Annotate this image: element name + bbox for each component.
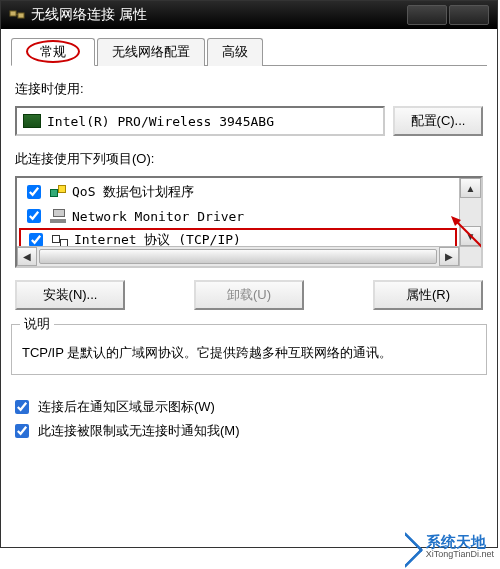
notify-limited-label: 此连接被限制或无连接时通知我(M) bbox=[38, 422, 240, 440]
items-label: 此连接使用下列项目(O): bbox=[15, 150, 483, 168]
scroll-up-button[interactable]: ▲ bbox=[460, 178, 481, 198]
uninstall-button[interactable]: 卸载(U) bbox=[194, 280, 304, 310]
scroll-left-button[interactable]: ◀ bbox=[17, 247, 37, 266]
adapter-name: Intel(R) PRO/Wireless 3945ABG bbox=[47, 114, 274, 129]
description-text: TCP/IP 是默认的广域网协议。它提供跨越多种互联网络的通讯。 bbox=[22, 343, 476, 364]
adapter-section: 连接时使用: Intel(R) PRO/Wireless 3945ABG 配置(… bbox=[15, 80, 483, 136]
scroll-thumb[interactable] bbox=[39, 249, 437, 264]
show-icon-checkbox[interactable] bbox=[15, 400, 29, 414]
watermark: 系统天地 XiTongTianDi.net bbox=[390, 531, 494, 563]
tcpip-icon bbox=[52, 233, 68, 247]
qos-icon bbox=[50, 185, 66, 199]
scroll-down-button[interactable]: ▼ bbox=[460, 226, 481, 246]
horizontal-scrollbar[interactable]: ◀ ▶ bbox=[17, 246, 459, 266]
list-item[interactable]: QoS 数据包计划程序 bbox=[23, 180, 453, 204]
item-buttons: 安装(N)... 卸载(U) 属性(R) bbox=[15, 280, 483, 310]
window-controls bbox=[405, 5, 489, 25]
options-section: 连接后在通知区域显示图标(W) 此连接被限制或无连接时通知我(M) bbox=[11, 397, 487, 441]
vertical-scrollbar[interactable]: ▲ ▼ bbox=[459, 178, 481, 246]
watermark-cn: 系统天地 bbox=[426, 534, 494, 551]
client-area: 常规 无线网络配置 高级 连接时使用: Intel(R) PRO/Wireles… bbox=[1, 29, 497, 547]
item-checkbox[interactable] bbox=[29, 233, 43, 247]
description-group: 说明 TCP/IP 是默认的广域网协议。它提供跨越多种互联网络的通讯。 bbox=[11, 324, 487, 375]
item-checkbox[interactable] bbox=[27, 185, 41, 199]
configure-button[interactable]: 配置(C)... bbox=[393, 106, 483, 136]
show-icon-label: 连接后在通知区域显示图标(W) bbox=[38, 398, 215, 416]
close-button[interactable] bbox=[449, 5, 489, 25]
item-label: Network Monitor Driver bbox=[72, 209, 244, 224]
item-properties-button[interactable]: 属性(R) bbox=[373, 280, 483, 310]
adapter-label: 连接时使用: bbox=[15, 80, 483, 98]
tab-advanced-label: 高级 bbox=[222, 44, 248, 59]
svg-rect-1 bbox=[18, 13, 24, 18]
adapter-name-box: Intel(R) PRO/Wireless 3945ABG bbox=[15, 106, 385, 136]
tab-wireless-label: 无线网络配置 bbox=[112, 44, 190, 59]
help-button[interactable] bbox=[407, 5, 447, 25]
window-title: 无线网络连接 属性 bbox=[31, 6, 147, 24]
show-icon-option[interactable]: 连接后在通知区域显示图标(W) bbox=[11, 397, 487, 417]
item-label: QoS 数据包计划程序 bbox=[72, 183, 194, 201]
netmon-icon bbox=[50, 209, 66, 223]
watermark-logo-icon bbox=[390, 531, 422, 563]
titlebar[interactable]: 无线网络连接 属性 bbox=[1, 1, 497, 29]
watermark-en: XiTongTianDi.net bbox=[426, 550, 494, 560]
scroll-right-button[interactable]: ▶ bbox=[439, 247, 459, 266]
item-checkbox[interactable] bbox=[27, 209, 41, 223]
tab-strip: 常规 无线网络配置 高级 bbox=[11, 37, 487, 66]
tab-wireless[interactable]: 无线网络配置 bbox=[97, 38, 205, 66]
scroll-corner bbox=[459, 246, 481, 266]
svg-rect-0 bbox=[10, 11, 16, 16]
tab-general-label: 常规 bbox=[26, 40, 80, 63]
nic-icon bbox=[23, 114, 41, 128]
description-legend: 说明 bbox=[20, 315, 54, 333]
tab-advanced[interactable]: 高级 bbox=[207, 38, 263, 66]
items-section: 此连接使用下列项目(O): QoS 数据包计划程序 Network Monito… bbox=[15, 150, 483, 310]
items-listbox[interactable]: QoS 数据包计划程序 Network Monitor Driver Inter… bbox=[15, 176, 483, 268]
notify-limited-checkbox[interactable] bbox=[15, 424, 29, 438]
install-button[interactable]: 安装(N)... bbox=[15, 280, 125, 310]
tab-general[interactable]: 常规 bbox=[11, 38, 95, 66]
properties-window: 无线网络连接 属性 常规 无线网络配置 高级 连接时使用: Intel(R) P… bbox=[0, 0, 498, 548]
list-item[interactable]: Network Monitor Driver bbox=[23, 204, 453, 228]
notify-limited-option[interactable]: 此连接被限制或无连接时通知我(M) bbox=[11, 421, 487, 441]
window-icon bbox=[9, 7, 25, 23]
